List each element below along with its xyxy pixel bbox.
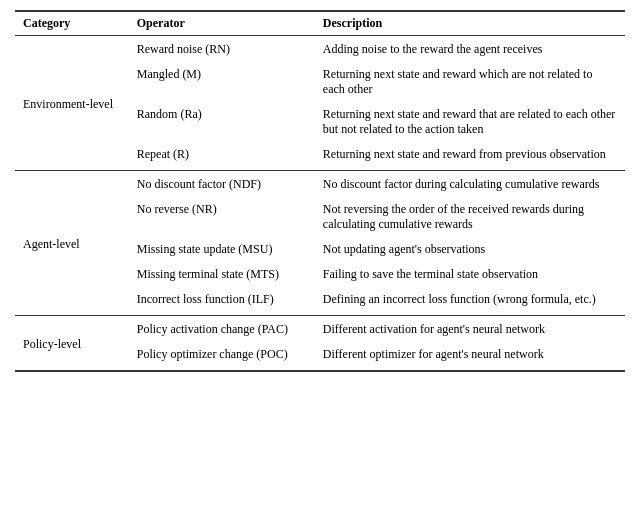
table-row: Agent-levelNo discount factor (NDF)No di…: [15, 171, 625, 201]
description-cell: Adding noise to the reward the agent rec…: [315, 36, 625, 66]
category-cell: Agent-level: [15, 171, 129, 316]
operator-cell: Missing terminal state (MTS): [129, 265, 315, 290]
description-cell: Defining an incorrect loss function (wro…: [315, 290, 625, 316]
description-cell: No discount factor during calculating cu…: [315, 171, 625, 201]
main-table: Category Operator Description Environmen…: [15, 10, 625, 373]
operator-cell: No reverse (NR): [129, 200, 315, 240]
operator-cell: Mangled (M): [129, 65, 315, 105]
description-cell: Not updating agent's observations: [315, 240, 625, 265]
header-category: Category: [15, 11, 129, 36]
operator-cell: Policy optimizer change (POC): [129, 345, 315, 371]
operator-cell: Reward noise (RN): [129, 36, 315, 66]
category-cell: Environment-level: [15, 36, 129, 171]
category-cell: Policy-level: [15, 316, 129, 372]
header-operator: Operator: [129, 11, 315, 36]
description-cell: Not reversing the order of the received …: [315, 200, 625, 240]
header-description: Description: [315, 11, 625, 36]
table-row: Environment-levelReward noise (RN)Adding…: [15, 36, 625, 66]
operator-cell: Incorrect loss function (ILF): [129, 290, 315, 316]
operator-cell: Random (Ra): [129, 105, 315, 145]
table-row: Policy-levelPolicy activation change (PA…: [15, 316, 625, 346]
operator-cell: Policy activation change (PAC): [129, 316, 315, 346]
description-cell: Different activation for agent's neural …: [315, 316, 625, 346]
operator-cell: Repeat (R): [129, 145, 315, 171]
description-cell: Different optimizer for agent's neural n…: [315, 345, 625, 371]
description-cell: Returning next state and reward from pre…: [315, 145, 625, 171]
description-cell: Returning next state and reward which ar…: [315, 65, 625, 105]
operator-cell: Missing state update (MSU): [129, 240, 315, 265]
description-cell: Failing to save the terminal state obser…: [315, 265, 625, 290]
description-cell: Returning next state and reward that are…: [315, 105, 625, 145]
operator-cell: No discount factor (NDF): [129, 171, 315, 201]
